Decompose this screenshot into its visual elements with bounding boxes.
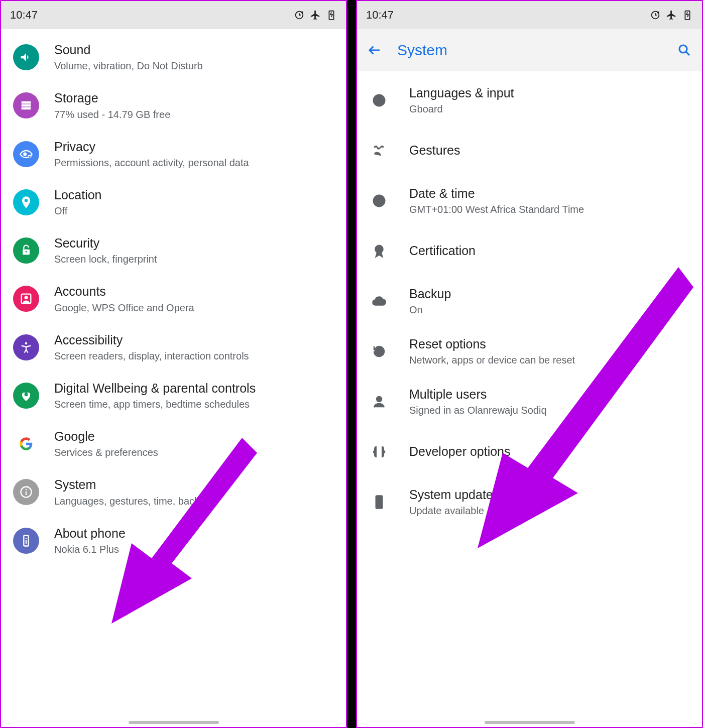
row-title: Multiple users xyxy=(409,387,690,402)
system-item-languages[interactable]: Languages & inputGboard xyxy=(357,75,702,126)
airplane-icon xyxy=(666,10,677,21)
status-bar: 10:47 xyxy=(1,1,346,29)
svg-point-23 xyxy=(657,11,659,13)
row-title: Gestures xyxy=(409,143,690,158)
system-item-datetime[interactable]: Date & timeGMT+01:00 West Africa Standar… xyxy=(357,176,702,226)
settings-item-storage[interactable]: Storage77% used - 14.79 GB free xyxy=(1,81,346,130)
row-title: Languages & input xyxy=(409,85,690,101)
svg-point-1 xyxy=(301,11,303,13)
system-item-backup[interactable]: BackupOn xyxy=(357,276,702,326)
system-item-developer[interactable]: Developer options xyxy=(357,427,702,477)
settings-item-about[interactable]: About phoneNokia 6.1 Plus xyxy=(1,517,346,565)
row-title: Location xyxy=(54,187,334,203)
battery-charging-icon xyxy=(326,10,337,21)
settings-item-system[interactable]: SystemLanguages, gestures, time, backup xyxy=(1,468,346,516)
google-icon xyxy=(13,431,39,457)
svg-point-13 xyxy=(25,342,28,344)
row-title: Certification xyxy=(409,243,690,259)
system-update-icon xyxy=(369,492,389,512)
settings-item-accounts[interactable]: AccountsGoogle, WPS Office and Opera xyxy=(1,275,346,323)
row-title: Developer options xyxy=(409,444,690,459)
gesture-nav-pill[interactable] xyxy=(485,721,575,724)
badge-icon xyxy=(369,241,389,261)
row-sub: Gboard xyxy=(409,103,690,115)
app-bar: System xyxy=(357,29,702,71)
gesture-nav-pill[interactable] xyxy=(129,721,219,724)
row-sub: Off xyxy=(54,205,334,217)
cloud-upload-icon xyxy=(369,291,389,311)
settings-item-privacy[interactable]: PrivacyPermissions, account activity, pe… xyxy=(1,130,346,178)
row-title: Accounts xyxy=(54,284,334,299)
accessibility-icon xyxy=(13,334,39,360)
row-sub: On xyxy=(409,304,690,316)
reset-icon xyxy=(369,341,389,361)
security-icon xyxy=(13,237,39,264)
back-icon[interactable] xyxy=(367,43,382,58)
svg-point-12 xyxy=(25,296,28,300)
battery-charging-icon xyxy=(682,10,693,21)
row-sub: Screen lock, fingerprint xyxy=(54,253,334,266)
row-sub: Screen time, app timers, bedtime schedul… xyxy=(54,398,334,411)
accounts-icon xyxy=(13,286,39,312)
row-title: Accessibility xyxy=(54,332,334,348)
clock-icon xyxy=(369,191,389,211)
airplane-icon xyxy=(310,10,321,21)
wellbeing-icon xyxy=(13,383,39,409)
row-title: Sound xyxy=(54,42,334,58)
row-sub: Languages, gestures, time, backup xyxy=(54,495,334,508)
system-item-update[interactable]: System updateUpdate available xyxy=(357,477,702,527)
row-sub: GMT+01:00 West Africa Standard Time xyxy=(409,203,690,216)
row-title: Date & time xyxy=(409,186,690,201)
alarm-add-icon xyxy=(650,10,661,21)
person-icon xyxy=(369,392,389,412)
svg-point-14 xyxy=(25,393,28,396)
row-sub: Permissions, account activity, personal … xyxy=(54,157,334,169)
row-title: System xyxy=(54,477,334,493)
row-sub: Screen readers, display, interaction con… xyxy=(54,350,334,362)
settings-item-sound[interactable]: SoundVolume, vibration, Do Not Disturb xyxy=(1,33,346,81)
system-item-reset[interactable]: Reset optionsNetwork, apps or device can… xyxy=(357,326,702,377)
sound-icon xyxy=(13,44,39,70)
svg-point-25 xyxy=(679,45,687,53)
svg-point-10 xyxy=(25,251,27,253)
status-time: 10:47 xyxy=(10,9,38,22)
svg-point-29 xyxy=(377,397,382,402)
settings-item-security[interactable]: SecurityScreen lock, fingerprint xyxy=(1,226,346,275)
row-sub: 77% used - 14.79 GB free xyxy=(54,108,334,121)
svg-rect-20 xyxy=(26,540,27,543)
page-title: System xyxy=(397,42,662,59)
row-title: Reset options xyxy=(409,336,690,352)
storage-icon xyxy=(13,92,39,118)
svg-rect-17 xyxy=(26,492,27,495)
row-sub: Services & preferences xyxy=(54,446,334,459)
status-icons xyxy=(650,10,693,21)
settings-item-wellbeing[interactable]: Digital Wellbeing & parental controlsScr… xyxy=(1,372,346,420)
system-list: Languages & inputGboard Gestures Date & … xyxy=(357,71,702,727)
svg-rect-24 xyxy=(685,11,689,20)
braces-icon xyxy=(369,442,389,462)
row-title: Privacy xyxy=(54,139,334,155)
system-item-gestures[interactable]: Gestures xyxy=(357,126,702,176)
row-sub: Network, apps or device can be reset xyxy=(409,354,690,367)
settings-item-google[interactable]: GoogleServices & preferences xyxy=(1,420,346,468)
row-sub: Google, WPS Office and Opera xyxy=(54,302,334,314)
about-icon xyxy=(13,528,39,554)
svg-rect-8 xyxy=(29,156,31,158)
settings-item-accessibility[interactable]: AccessibilityScreen readers, display, in… xyxy=(1,323,346,372)
settings-item-location[interactable]: LocationOff xyxy=(1,178,346,226)
svg-rect-2 xyxy=(329,11,333,20)
row-title: Storage xyxy=(54,90,334,106)
alarm-add-icon xyxy=(294,10,305,21)
system-settings-screen: 10:47 System Languages & inputGboard Ges… xyxy=(356,0,703,728)
settings-list: SoundVolume, vibration, Do Not Disturb S… xyxy=(1,29,346,727)
row-title: Backup xyxy=(409,286,690,302)
row-sub: Signed in as Olanrewaju Sodiq xyxy=(409,404,690,417)
search-icon[interactable] xyxy=(677,43,692,58)
status-time: 10:47 xyxy=(366,9,394,22)
location-icon xyxy=(13,189,39,215)
system-item-certification[interactable]: Certification xyxy=(357,226,702,276)
privacy-icon xyxy=(13,141,39,167)
svg-rect-4 xyxy=(22,104,31,107)
system-item-users[interactable]: Multiple usersSigned in as Olanrewaju So… xyxy=(357,377,702,427)
row-sub: Nokia 6.1 Plus xyxy=(54,543,334,556)
